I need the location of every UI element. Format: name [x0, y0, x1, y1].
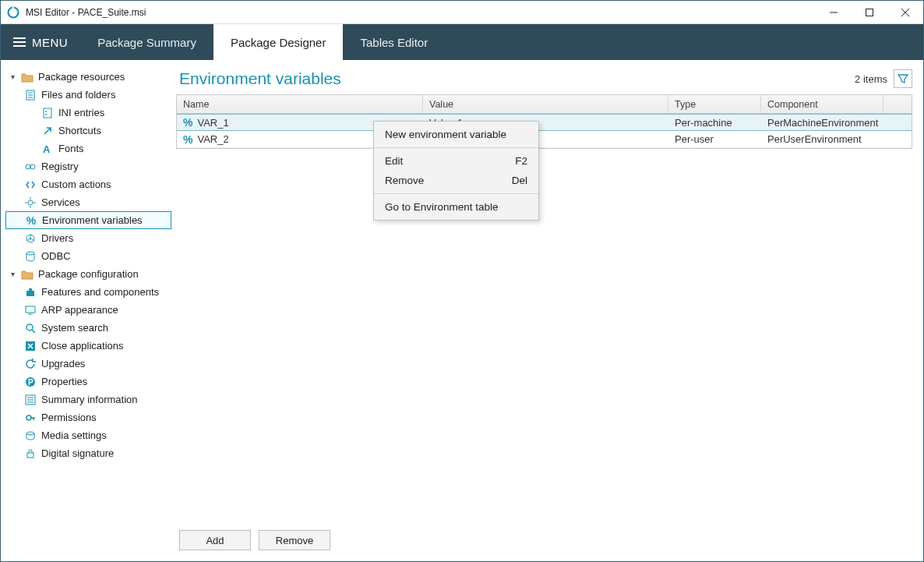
col-type[interactable]: Type: [668, 95, 761, 113]
ini-icon: [41, 107, 54, 119]
svg-point-34: [26, 324, 33, 330]
close-button[interactable]: [887, 1, 923, 24]
tree-item-close-apps[interactable]: Close applications: [5, 337, 171, 355]
document-icon: [24, 89, 37, 101]
tree-item-services[interactable]: Services: [5, 193, 171, 211]
svg-point-14: [45, 111, 47, 112]
svg-rect-13: [44, 108, 51, 118]
svg-text:A: A: [43, 143, 51, 154]
table-row[interactable]: %VAR_1 Value 1 Per-machine PerMachineEnv…: [177, 114, 912, 131]
puzzle-icon: [24, 286, 37, 299]
svg-point-17: [26, 164, 30, 169]
tree-item-environment-variables[interactable]: % Environment variables: [5, 211, 171, 229]
list-icon: [24, 394, 37, 406]
shortcut-icon: [41, 125, 54, 137]
disc-icon: [24, 429, 37, 442]
svg-point-48: [26, 432, 34, 435]
tree-item-shortcuts[interactable]: Shortcuts: [5, 122, 171, 140]
tree-item-features[interactable]: Features and components: [5, 283, 171, 301]
window-title: MSI Editor - PACE_Suite.msi: [26, 7, 816, 18]
tree-item-media[interactable]: Media settings: [5, 426, 171, 444]
svg-point-19: [28, 200, 33, 205]
funnel-icon: [898, 73, 908, 84]
app-icon: [7, 6, 19, 19]
filter-button[interactable]: [894, 69, 912, 88]
menu-label: MENU: [32, 36, 68, 49]
svg-rect-49: [27, 453, 34, 458]
tree-item-system-search[interactable]: System search: [5, 319, 171, 337]
divider: [374, 193, 538, 194]
tab-package-summary[interactable]: Package Summary: [80, 24, 213, 60]
sidebar: ▾ Package resources Files and folders IN…: [1, 60, 176, 561]
folder-icon: [21, 268, 34, 281]
svg-rect-1: [12, 7, 14, 12]
caret-down-icon: ▾: [9, 270, 16, 278]
percent-icon: %: [183, 133, 192, 146]
tree-item-files[interactable]: Files and folders: [5, 86, 171, 104]
svg-rect-3: [866, 9, 873, 16]
hamburger-icon: [13, 37, 26, 47]
svg-point-15: [45, 114, 47, 115]
ctx-new-env-var[interactable]: New environment variable: [374, 125, 538, 144]
tree-item-drivers[interactable]: Drivers: [5, 229, 171, 247]
folder-icon: [21, 71, 34, 83]
minimize-button[interactable]: [816, 1, 852, 24]
divider: [374, 147, 538, 148]
gear-icon: [24, 196, 37, 209]
tree-item-digital-signature[interactable]: Digital signature: [5, 444, 171, 462]
tree-section-resources[interactable]: ▾ Package resources: [5, 68, 171, 86]
code-icon: [24, 178, 37, 191]
tree-item-ini[interactable]: INI entries: [5, 104, 171, 122]
remove-button[interactable]: Remove: [259, 530, 330, 550]
svg-point-29: [26, 252, 34, 255]
tab-package-designer[interactable]: Package Designer: [213, 24, 344, 60]
registry-icon: [24, 161, 37, 173]
col-component[interactable]: Component: [761, 95, 883, 113]
menubar: MENU Package Summary Package Designer Ta…: [1, 24, 923, 60]
tree-item-odbc[interactable]: ODBC: [5, 247, 171, 265]
col-value[interactable]: Value: [423, 95, 668, 113]
caret-down-icon: ▾: [9, 72, 16, 81]
add-button[interactable]: Add: [179, 530, 251, 550]
ctx-edit[interactable]: EditF2: [374, 151, 538, 171]
tree-item-custom-actions[interactable]: Custom actions: [5, 175, 171, 193]
tree-section-config[interactable]: ▾ Package configuration: [5, 265, 171, 283]
titlebar: MSI Editor - PACE_Suite.msi: [1, 1, 923, 24]
driver-icon: [24, 232, 37, 245]
panel-title: Environment variables: [179, 69, 341, 88]
refresh-icon: [24, 358, 37, 370]
close-square-icon: [24, 340, 37, 352]
main-panel: Environment variables 2 items Name Value…: [176, 60, 923, 561]
tree-item-fonts[interactable]: A Fonts: [5, 140, 171, 157]
tree-item-properties[interactable]: P Properties: [5, 373, 171, 391]
panel-footer: Add Remove: [176, 522, 912, 553]
svg-rect-32: [26, 306, 35, 313]
col-spacer: [883, 95, 912, 113]
percent-icon: %: [25, 214, 37, 227]
tree-item-permissions[interactable]: Permissions: [5, 408, 171, 426]
maximize-button[interactable]: [852, 1, 887, 24]
key-icon: [24, 412, 37, 424]
svg-text:P: P: [28, 378, 34, 387]
tab-tables-editor[interactable]: Tables Editor: [343, 24, 445, 60]
font-icon: A: [41, 143, 54, 155]
menu-button[interactable]: MENU: [1, 24, 80, 60]
p-circle-icon: P: [24, 376, 37, 388]
tree-item-upgrades[interactable]: Upgrades: [5, 355, 171, 373]
search-icon: [24, 322, 37, 334]
database-icon: [24, 250, 37, 263]
ctx-goto-env-table[interactable]: Go to Environment table: [374, 197, 538, 217]
tree-item-registry[interactable]: Registry: [5, 157, 171, 175]
svg-point-18: [30, 164, 35, 169]
tree-item-arp[interactable]: ARP appearance: [5, 301, 171, 319]
tree-item-summary-info[interactable]: Summary information: [5, 391, 171, 408]
svg-point-45: [26, 415, 31, 420]
monitor-icon: [24, 304, 37, 316]
lock-icon: [24, 447, 37, 460]
percent-icon: %: [183, 116, 192, 129]
table-row[interactable]: %VAR_2 Per-user PerUserEnvironment: [177, 131, 912, 148]
ctx-remove[interactable]: RemoveDel: [374, 171, 538, 190]
col-name[interactable]: Name: [177, 95, 423, 113]
svg-rect-31: [29, 288, 32, 292]
tree-label: Package resources: [38, 71, 125, 83]
